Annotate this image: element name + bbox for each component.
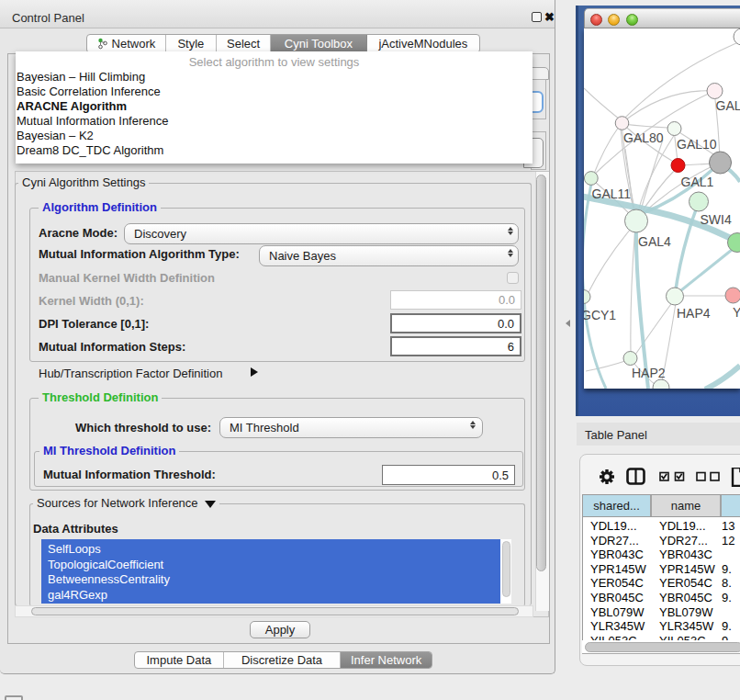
svg-text:GAL80: GAL80	[623, 130, 664, 145]
svg-text:HAP4: HAP4	[677, 306, 711, 321]
svg-text:SWI4: SWI4	[701, 212, 732, 227]
svg-text:HAP2: HAP2	[632, 366, 666, 380]
svg-text:YE: YE	[733, 305, 740, 320]
svg-text:GCY1: GCY1	[584, 308, 616, 322]
svg-text:GAL11: GAL11	[592, 186, 632, 201]
svg-text:GAL1: GAL1	[681, 175, 714, 189]
svg-text:GAL4: GAL4	[638, 234, 671, 249]
svg-text:GAL10: GAL10	[677, 137, 717, 152]
svg-text:GAL2: GAL2	[716, 98, 740, 113]
